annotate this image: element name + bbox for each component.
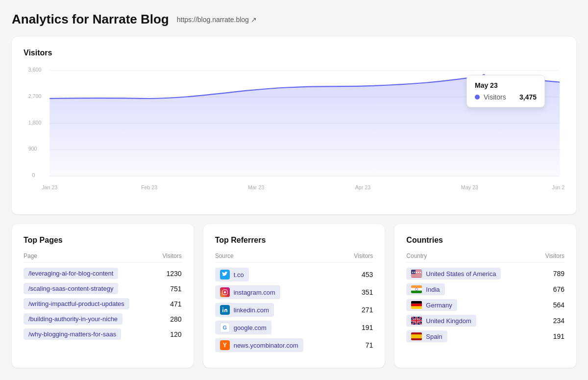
page-bar: /writing-impactful-product-updates <box>24 298 129 309</box>
referrer-bar: G google.com <box>215 321 271 334</box>
table-row: /writing-impactful-product-updates 471 <box>24 298 182 309</box>
svg-rect-30 <box>411 285 422 288</box>
referrer-label: instagram.com <box>215 285 354 299</box>
svg-text:2,700: 2,700 <box>28 93 42 99</box>
page-visitors: 120 <box>162 330 182 338</box>
table-row: Germany 564 <box>406 299 564 311</box>
referrer-bar: linkedin.com <box>215 303 274 317</box>
country-name: India <box>426 286 440 293</box>
country-label: Germany <box>406 299 545 311</box>
page-visitors: 751 <box>162 285 182 293</box>
col-page: Page <box>24 253 37 259</box>
top-pages-card: Top Pages Page Visitors /leveraging-ai-f… <box>12 224 194 368</box>
top-referrers-header: Source Visitors <box>215 253 373 263</box>
countries-rows: ★★★★★★ United States of America 789 Indi… <box>406 268 564 342</box>
country-label: India <box>406 283 545 295</box>
page-label: /building-authority-in-your-niche <box>24 313 162 325</box>
referrer-source: google.com <box>234 324 267 331</box>
instagram-icon <box>220 287 230 297</box>
referrer-visitors: 191 <box>353 324 373 331</box>
country-label: ★★★★★★ United States of America <box>406 268 545 279</box>
referrer-bar: instagram.com <box>215 285 280 299</box>
in-flag-icon <box>411 285 422 293</box>
es-flag <box>411 332 422 340</box>
svg-text:Jan 23: Jan 23 <box>42 184 57 191</box>
svg-point-19 <box>222 307 223 308</box>
page-bar: /scaling-saas-content-strategy <box>24 283 118 294</box>
country-bar: United Kingdom <box>406 315 476 327</box>
country-name: Spain <box>426 333 442 340</box>
referrer-source: news.ycombinator.com <box>234 342 298 349</box>
svg-rect-31 <box>411 291 422 293</box>
svg-rect-26 <box>411 277 422 277</box>
col-visitors-pages: Visitors <box>163 253 182 259</box>
referrer-source: instagram.com <box>234 289 275 296</box>
country-label: United Kingdom <box>406 315 545 327</box>
country-bar: India <box>406 283 444 295</box>
site-url: https://blog.narrate.blog <box>177 16 249 24</box>
external-link-icon: ↗ <box>251 16 257 24</box>
countries-header: Country Visitors <box>406 253 564 263</box>
visitors-card-title: Visitors <box>24 49 564 57</box>
referrer-label: G google.com <box>215 321 354 334</box>
twitter-icon <box>220 270 230 279</box>
page-label: /writing-impactful-product-updates <box>24 298 162 309</box>
tooltip-value: 3,475 <box>519 93 537 101</box>
table-row: /why-blogging-matters-for-saas 120 <box>24 329 182 340</box>
country-bar: Germany <box>406 299 457 311</box>
svg-text:Jun 23: Jun 23 <box>552 184 564 191</box>
svg-text:★★★★★★: ★★★★★★ <box>412 271 422 274</box>
ycombinator-icon: Y <box>220 340 230 350</box>
referrer-visitors: 453 <box>353 271 373 279</box>
visitors-card: Visitors May 23 Visitors 3,475 3,600 2,7… <box>12 37 576 214</box>
page-header: Analytics for Narrate Blog https://blog.… <box>12 12 576 27</box>
top-referrers-card: Top Referrers Source Visitors t.co 453 i… <box>203 224 385 368</box>
tooltip-dot <box>475 95 480 100</box>
referrer-bar: t.co <box>215 268 249 281</box>
referrer-source: t.co <box>234 271 244 279</box>
country-visitors: 191 <box>545 332 564 340</box>
svg-text:May 23: May 23 <box>461 184 478 191</box>
table-row: linkedin.com 271 <box>215 303 373 317</box>
country-visitors: 564 <box>545 301 564 309</box>
svg-rect-33 <box>411 301 422 304</box>
svg-text:3,600: 3,600 <box>28 66 42 73</box>
top-pages-rows: /leveraging-ai-for-blog-content 1230 /sc… <box>24 268 182 340</box>
svg-rect-34 <box>411 304 422 306</box>
country-visitors: 676 <box>545 285 564 293</box>
page-visitors: 471 <box>162 300 182 308</box>
bottom-grid: Top Pages Page Visitors /leveraging-ai-f… <box>12 224 576 368</box>
referrer-visitors: 271 <box>353 306 373 314</box>
col-source: Source <box>215 253 234 259</box>
chart-tooltip: May 23 Visitors 3,475 <box>466 75 545 107</box>
page-bar: /leveraging-ai-for-blog-content <box>24 268 118 279</box>
country-bar: Spain <box>406 330 447 342</box>
site-link[interactable]: https://blog.narrate.blog ↗ <box>177 16 257 24</box>
referrer-label: t.co <box>215 268 354 281</box>
linkedin-icon <box>220 305 230 315</box>
svg-text:Apr 23: Apr 23 <box>355 184 370 191</box>
country-name: United Kingdom <box>426 317 471 325</box>
table-row: Y news.ycombinator.com 71 <box>215 338 373 352</box>
referrer-label: linkedin.com <box>215 303 354 317</box>
table-row: ★★★★★★ United States of America 789 <box>406 268 564 279</box>
page-visitors: 280 <box>162 315 182 323</box>
referrer-visitors: 351 <box>353 288 373 296</box>
page-visitors: 1230 <box>162 270 182 278</box>
page-bar: /why-blogging-matters-for-saas <box>24 329 121 340</box>
es-flag-icon <box>411 332 422 340</box>
chart-container: May 23 Visitors 3,475 3,600 2,700 1,800 … <box>24 65 564 203</box>
table-row: instagram.com 351 <box>215 285 373 299</box>
svg-text:1,800: 1,800 <box>28 119 42 126</box>
col-visitors-countries: Visitors <box>545 253 564 259</box>
page-bar: /building-authority-in-your-niche <box>24 313 122 325</box>
table-row: /scaling-saas-content-strategy 751 <box>24 283 182 294</box>
col-country: Country <box>406 253 427 259</box>
tooltip-row: Visitors 3,475 <box>475 93 537 101</box>
top-pages-header: Page Visitors <box>24 253 182 263</box>
table-row: Spain 191 <box>406 330 564 342</box>
table-row: United Kingdom 234 <box>406 315 564 327</box>
countries-title: Countries <box>406 236 564 245</box>
page-label: /leveraging-ai-for-blog-content <box>24 268 162 279</box>
referrer-source: linkedin.com <box>234 306 269 314</box>
